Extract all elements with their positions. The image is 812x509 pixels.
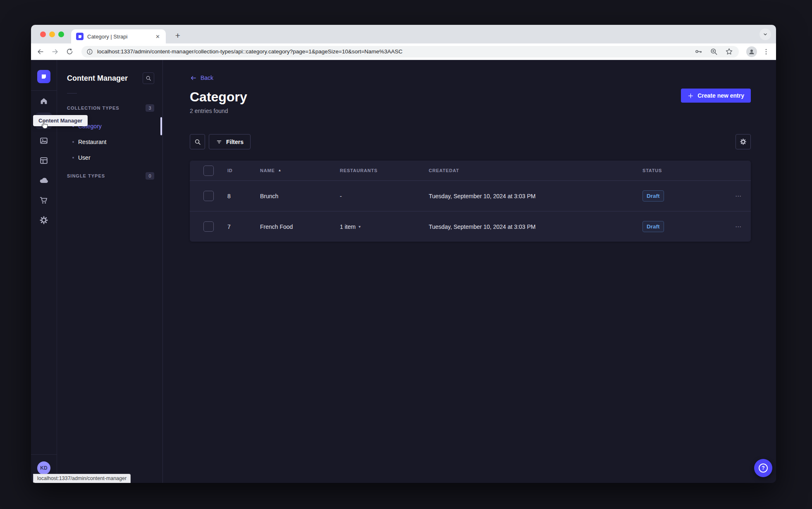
single-types-count-badge: 0 — [146, 172, 154, 180]
nav-content-type-builder-icon[interactable] — [38, 155, 49, 166]
sidebar-divider — [67, 93, 77, 94]
cell-createdat: Tuesday, September 10, 2024 at 3:03 PM — [429, 193, 642, 199]
browser-back-button[interactable] — [36, 47, 45, 57]
bullet-icon — [72, 141, 74, 143]
bullet-icon — [72, 157, 74, 158]
row-checkbox[interactable] — [203, 191, 214, 201]
rail-bottom-divider — [31, 454, 57, 455]
window-minimize-button[interactable] — [49, 31, 55, 37]
row-actions-menu[interactable]: ⋯ — [735, 223, 742, 230]
nav-settings-icon[interactable] — [38, 215, 49, 226]
strapi-favicon-icon — [76, 33, 84, 40]
sort-ascending-icon[interactable]: ▲ — [278, 169, 282, 172]
tab-close-icon[interactable]: ✕ — [154, 33, 162, 41]
desktop-background: Category | Strapi ✕ + localhost:1337/adm… — [0, 0, 812, 509]
address-bar[interactable]: localhost:1337/admin/content-manager/col… — [81, 46, 739, 58]
back-label: Back — [201, 74, 213, 81]
table-header-row: ID NAME ▲ RESTAURANTS CREATEDAT STATUS — [190, 161, 751, 180]
help-button[interactable]: ? — [754, 459, 772, 477]
category-list-view: Back Category 2 entries found Create new… — [163, 60, 776, 483]
passwords-key-icon[interactable] — [695, 48, 702, 55]
browser-tabstrip: Category | Strapi ✕ + — [31, 25, 776, 43]
status-badge: Draft — [642, 221, 664, 232]
window-zoom-button[interactable] — [58, 31, 64, 37]
expand-relations-icon[interactable]: ▾ — [358, 225, 361, 229]
search-icon — [146, 75, 151, 81]
sidebar-title: Content Manager — [67, 74, 128, 83]
window-controls — [40, 31, 64, 37]
browser-tab[interactable]: Category | Strapi ✕ — [71, 29, 166, 43]
cell-name: Brunch — [260, 193, 340, 199]
sidebar-item-label: User — [78, 154, 91, 161]
header-createdat[interactable]: CREATEDAT — [429, 168, 642, 173]
bookmark-star-icon[interactable] — [725, 48, 733, 55]
zoom-icon[interactable] — [710, 48, 718, 55]
search-icon — [194, 139, 201, 145]
cell-id: 8 — [227, 193, 260, 199]
cell-name: French Food — [260, 223, 340, 230]
page-info-icon[interactable] — [86, 48, 93, 55]
nav-home-icon[interactable] — [38, 96, 49, 106]
url-text: localhost:1337/admin/content-manager/col… — [97, 48, 403, 55]
nav-media-library-icon[interactable] — [38, 135, 49, 146]
header-name[interactable]: NAME — [260, 168, 275, 173]
new-tab-button[interactable]: + — [172, 29, 184, 42]
table-row[interactable]: 8 Brunch - Tuesday, September 10, 2024 a… — [190, 180, 751, 211]
status-badge: Draft — [642, 190, 664, 202]
arrow-left-icon — [190, 74, 197, 82]
rail-divider — [31, 90, 57, 91]
browser-profile-button[interactable] — [746, 46, 757, 57]
cell-restaurants: 1 item — [340, 223, 356, 230]
create-new-entry-button[interactable]: Create new entry — [681, 89, 751, 103]
tab-search-button[interactable] — [759, 29, 771, 40]
create-button-label: Create new entry — [697, 92, 744, 99]
user-avatar[interactable]: KD — [37, 461, 50, 475]
address-bar-actions — [695, 48, 733, 55]
sidebar-item-label: Restaurant — [78, 139, 106, 145]
strapi-app: KD Content Manager COLLECTION TYPES 3 — [31, 60, 776, 483]
browser-menu-button[interactable] — [761, 47, 771, 57]
single-types-label: SINGLE TYPES — [67, 173, 105, 178]
entries-count: 2 entries found — [190, 107, 247, 115]
filter-icon — [216, 139, 222, 145]
header-restaurants[interactable]: RESTAURANTS — [340, 168, 429, 173]
header-id[interactable]: ID — [227, 168, 260, 173]
browser-window: Category | Strapi ✕ + localhost:1337/adm… — [31, 25, 776, 483]
list-search-button[interactable] — [190, 134, 205, 149]
page-title: Category — [190, 89, 247, 105]
sidebar-item-restaurant[interactable]: Restaurant — [57, 134, 162, 150]
person-icon — [748, 48, 755, 55]
status-bar-link-preview: localhost:1337/admin/content-manager — [33, 474, 131, 483]
nav-cloud-icon[interactable] — [38, 175, 49, 186]
select-all-checkbox[interactable] — [203, 166, 214, 176]
kebab-menu-icon — [762, 48, 770, 55]
window-close-button[interactable] — [40, 31, 46, 37]
row-actions-menu[interactable]: ⋯ — [735, 192, 742, 200]
filters-button[interactable]: Filters — [209, 134, 251, 149]
chevron-down-icon — [763, 32, 768, 37]
browser-toolbar: localhost:1337/admin/content-manager/col… — [31, 43, 776, 60]
collection-types-label: COLLECTION TYPES — [67, 106, 119, 110]
gear-icon — [740, 138, 747, 145]
collection-types-count-badge: 3 — [146, 104, 154, 112]
browser-reload-button[interactable] — [64, 47, 74, 57]
nav-marketplace-icon[interactable] — [38, 195, 49, 206]
question-mark-icon: ? — [759, 463, 768, 473]
sidebar-item-user[interactable]: User — [57, 150, 162, 166]
sidebar-scrollbar-thumb[interactable] — [160, 117, 162, 135]
table-row[interactable]: 7 French Food 1 item ▾ Tuesday, Septembe… — [190, 211, 751, 242]
cell-restaurants: - — [340, 193, 429, 199]
tab-title: Category | Strapi — [87, 34, 150, 40]
strapi-logo[interactable] — [37, 70, 50, 83]
back-link[interactable]: Back — [190, 74, 751, 82]
entries-table: ID NAME ▲ RESTAURANTS CREATEDAT STATUS 8 — [190, 161, 751, 242]
plus-icon — [688, 93, 694, 99]
row-checkbox[interactable] — [203, 221, 214, 232]
header-status[interactable]: STATUS — [642, 168, 726, 173]
cell-id: 7 — [227, 223, 260, 230]
cell-createdat: Tuesday, September 10, 2024 at 3:03 PM — [429, 223, 642, 230]
sidebar-search-button[interactable] — [143, 72, 154, 84]
browser-forward-button[interactable] — [50, 47, 60, 57]
view-settings-button[interactable] — [736, 134, 751, 149]
mouse-cursor — [40, 120, 49, 130]
